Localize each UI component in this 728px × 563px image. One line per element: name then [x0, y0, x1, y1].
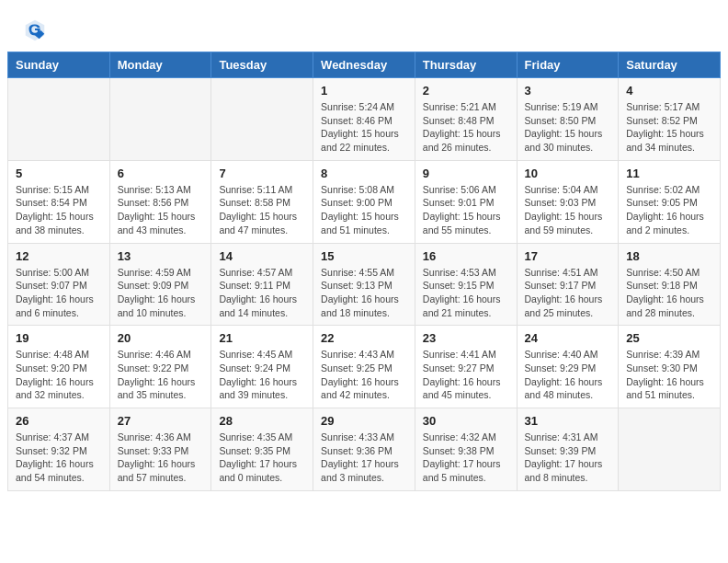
svg-marker-0: [26, 20, 45, 40]
cell-content: Sunrise: 5:02 AM Sunset: 9:05 PM Dayligh…: [626, 183, 712, 237]
cell-content: Sunrise: 4:43 AM Sunset: 9:25 PM Dayligh…: [321, 348, 407, 402]
logo: [22, 17, 51, 42]
day-number: 21: [219, 331, 305, 345]
day-number: 27: [118, 414, 204, 428]
calendar-cell: 12Sunrise: 5:00 AM Sunset: 9:07 PM Dayli…: [8, 243, 110, 326]
day-number: 13: [118, 249, 204, 263]
header-row: SundayMondayTuesdayWednesdayThursdayFrid…: [8, 52, 721, 78]
day-header-thursday: Thursday: [415, 52, 517, 78]
day-number: 23: [423, 331, 509, 345]
day-header-wednesday: Wednesday: [313, 52, 415, 78]
header: [0, 0, 728, 52]
calendar-cell: 29Sunrise: 4:33 AM Sunset: 9:36 PM Dayli…: [313, 408, 415, 491]
day-number: 8: [321, 167, 407, 180]
cell-content: Sunrise: 4:33 AM Sunset: 9:36 PM Dayligh…: [321, 431, 407, 485]
day-number: 2: [423, 84, 509, 98]
day-number: 18: [626, 249, 712, 263]
cell-content: Sunrise: 4:45 AM Sunset: 9:24 PM Dayligh…: [219, 348, 305, 402]
calendar-cell: 3Sunrise: 5:19 AM Sunset: 8:50 PM Daylig…: [517, 78, 619, 161]
calendar-cell: 8Sunrise: 5:08 AM Sunset: 9:00 PM Daylig…: [313, 160, 415, 243]
cell-content: Sunrise: 5:04 AM Sunset: 9:03 PM Dayligh…: [525, 183, 611, 237]
cell-content: Sunrise: 4:37 AM Sunset: 9:32 PM Dayligh…: [16, 431, 102, 485]
day-number: 4: [626, 84, 712, 98]
cell-content: Sunrise: 4:48 AM Sunset: 9:20 PM Dayligh…: [16, 348, 102, 402]
calendar-cell: 21Sunrise: 4:45 AM Sunset: 9:24 PM Dayli…: [211, 326, 313, 408]
week-row-3: 12Sunrise: 5:00 AM Sunset: 9:07 PM Dayli…: [8, 243, 721, 326]
day-number: 15: [321, 249, 407, 263]
calendar-cell: 22Sunrise: 4:43 AM Sunset: 9:25 PM Dayli…: [313, 326, 415, 408]
calendar-cell: 9Sunrise: 5:06 AM Sunset: 9:01 PM Daylig…: [415, 160, 517, 243]
cell-content: Sunrise: 5:13 AM Sunset: 8:56 PM Dayligh…: [118, 183, 204, 237]
cell-content: Sunrise: 4:57 AM Sunset: 9:11 PM Dayligh…: [219, 266, 305, 320]
calendar-cell: [8, 78, 110, 161]
day-number: 31: [525, 414, 611, 428]
cell-content: Sunrise: 4:36 AM Sunset: 9:33 PM Dayligh…: [118, 431, 204, 485]
calendar-cell: 6Sunrise: 5:13 AM Sunset: 8:56 PM Daylig…: [109, 160, 211, 243]
cell-content: Sunrise: 5:06 AM Sunset: 9:01 PM Dayligh…: [423, 183, 509, 237]
day-number: 10: [525, 167, 611, 180]
day-number: 5: [16, 167, 102, 180]
calendar-cell: 4Sunrise: 5:17 AM Sunset: 8:52 PM Daylig…: [619, 78, 721, 161]
cell-content: Sunrise: 4:40 AM Sunset: 9:29 PM Dayligh…: [525, 348, 611, 402]
day-number: 30: [423, 414, 509, 428]
cell-content: Sunrise: 4:41 AM Sunset: 9:27 PM Dayligh…: [423, 348, 509, 402]
day-number: 12: [16, 249, 102, 263]
cell-content: Sunrise: 5:15 AM Sunset: 8:54 PM Dayligh…: [16, 183, 102, 237]
calendar-cell: 30Sunrise: 4:32 AM Sunset: 9:38 PM Dayli…: [415, 408, 517, 491]
calendar-cell: 31Sunrise: 4:31 AM Sunset: 9:39 PM Dayli…: [517, 408, 619, 491]
day-number: 26: [16, 414, 102, 428]
calendar-cell: 26Sunrise: 4:37 AM Sunset: 9:32 PM Dayli…: [8, 408, 110, 491]
day-number: 11: [626, 167, 712, 180]
cell-content: Sunrise: 4:50 AM Sunset: 9:18 PM Dayligh…: [626, 266, 712, 320]
calendar-cell: 14Sunrise: 4:57 AM Sunset: 9:11 PM Dayli…: [211, 243, 313, 326]
calendar-cell: 11Sunrise: 5:02 AM Sunset: 9:05 PM Dayli…: [619, 160, 721, 243]
day-header-tuesday: Tuesday: [211, 52, 313, 78]
calendar-cell: 15Sunrise: 4:55 AM Sunset: 9:13 PM Dayli…: [313, 243, 415, 326]
cell-content: Sunrise: 5:17 AM Sunset: 8:52 PM Dayligh…: [626, 100, 712, 155]
cell-content: Sunrise: 4:35 AM Sunset: 9:35 PM Dayligh…: [219, 431, 305, 485]
cell-content: Sunrise: 4:51 AM Sunset: 9:17 PM Dayligh…: [525, 266, 611, 320]
week-row-1: 1Sunrise: 5:24 AM Sunset: 8:46 PM Daylig…: [8, 78, 721, 161]
calendar-cell: [211, 78, 313, 161]
week-row-5: 26Sunrise: 4:37 AM Sunset: 9:32 PM Dayli…: [8, 408, 721, 491]
cell-content: Sunrise: 5:21 AM Sunset: 8:48 PM Dayligh…: [423, 100, 509, 155]
calendar-cell: 19Sunrise: 4:48 AM Sunset: 9:20 PM Dayli…: [8, 326, 110, 408]
week-row-2: 5Sunrise: 5:15 AM Sunset: 8:54 PM Daylig…: [8, 160, 721, 243]
calendar-cell: 28Sunrise: 4:35 AM Sunset: 9:35 PM Dayli…: [211, 408, 313, 491]
day-number: 6: [118, 167, 204, 180]
day-number: 1: [321, 84, 407, 98]
calendar-cell: 1Sunrise: 5:24 AM Sunset: 8:46 PM Daylig…: [313, 78, 415, 161]
day-number: 3: [525, 84, 611, 98]
calendar-cell: 16Sunrise: 4:53 AM Sunset: 9:15 PM Dayli…: [415, 243, 517, 326]
day-header-monday: Monday: [109, 52, 211, 78]
calendar-cell: 24Sunrise: 4:40 AM Sunset: 9:29 PM Dayli…: [517, 326, 619, 408]
calendar-cell: 20Sunrise: 4:46 AM Sunset: 9:22 PM Dayli…: [109, 326, 211, 408]
cell-content: Sunrise: 4:31 AM Sunset: 9:39 PM Dayligh…: [525, 431, 611, 485]
day-number: 28: [219, 414, 305, 428]
cell-content: Sunrise: 4:32 AM Sunset: 9:38 PM Dayligh…: [423, 431, 509, 485]
day-number: 29: [321, 414, 407, 428]
day-number: 16: [423, 249, 509, 263]
day-number: 25: [626, 331, 712, 345]
calendar-cell: 2Sunrise: 5:21 AM Sunset: 8:48 PM Daylig…: [415, 78, 517, 161]
calendar-cell: 5Sunrise: 5:15 AM Sunset: 8:54 PM Daylig…: [8, 160, 110, 243]
day-number: 14: [219, 249, 305, 263]
calendar-cell: 17Sunrise: 4:51 AM Sunset: 9:17 PM Dayli…: [517, 243, 619, 326]
day-number: 9: [423, 167, 509, 180]
cell-content: Sunrise: 5:19 AM Sunset: 8:50 PM Dayligh…: [525, 100, 611, 155]
day-number: 7: [219, 167, 305, 180]
day-number: 17: [525, 249, 611, 263]
day-number: 19: [16, 331, 102, 345]
calendar-header: SundayMondayTuesdayWednesdayThursdayFrid…: [8, 52, 721, 78]
day-header-sunday: Sunday: [8, 52, 110, 78]
calendar-cell: 18Sunrise: 4:50 AM Sunset: 9:18 PM Dayli…: [619, 243, 721, 326]
calendar-cell: [109, 78, 211, 161]
cell-content: Sunrise: 5:08 AM Sunset: 9:00 PM Dayligh…: [321, 183, 407, 237]
cell-content: Sunrise: 4:39 AM Sunset: 9:30 PM Dayligh…: [626, 348, 712, 402]
calendar-cell: 10Sunrise: 5:04 AM Sunset: 9:03 PM Dayli…: [517, 160, 619, 243]
cell-content: Sunrise: 5:11 AM Sunset: 8:58 PM Dayligh…: [219, 183, 305, 237]
day-number: 20: [118, 331, 204, 345]
calendar-cell: 13Sunrise: 4:59 AM Sunset: 9:09 PM Dayli…: [109, 243, 211, 326]
day-number: 24: [525, 331, 611, 345]
cell-content: Sunrise: 4:46 AM Sunset: 9:22 PM Dayligh…: [118, 348, 204, 402]
